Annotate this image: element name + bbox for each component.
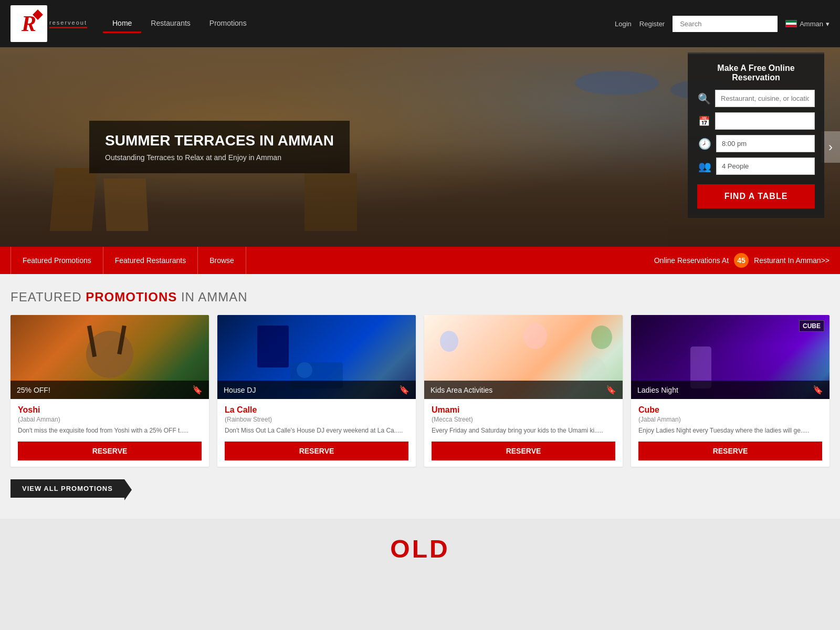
reservation-box: Make A Free Online Reservation 🔍 📅 Mon 0…	[688, 52, 824, 218]
browse-link[interactable]: Browse	[198, 247, 246, 274]
flag-icon	[785, 20, 797, 27]
search-input[interactable]	[673, 16, 778, 32]
logo-area: R reserveout	[10, 5, 87, 42]
card-image-2: House DJ 🔖	[217, 315, 416, 399]
card-body-1: Yoshi (Jabal Amman) Don't miss the exqui…	[10, 399, 209, 467]
promotion-card-2: House DJ 🔖 La Calle (Rainbow Street) Don…	[217, 315, 416, 467]
reserve-button-2[interactable]: Reserve	[225, 442, 408, 460]
promotion-card-4: CUBE Ladies Night 🔖 Cube (Jabal Amman) E…	[631, 315, 830, 467]
card-label-3: Kids Area Activities 🔖	[424, 381, 623, 399]
featured-restaurants-link[interactable]: Featured Restaurants	[103, 247, 198, 274]
red-bar-links: Featured Promotions Featured Restaurants…	[10, 247, 246, 274]
featured-promotions-link[interactable]: Featured Promotions	[10, 247, 103, 274]
restaurant-cta-link[interactable]: Resturant In Amman>>	[754, 256, 830, 265]
card-desc-3: Every Friday and Saturday bring your kid…	[432, 426, 615, 435]
bookmark-icon-2[interactable]: 🔖	[399, 385, 410, 395]
reservation-title: Make A Free Online Reservation	[697, 64, 815, 82]
header: R reserveout Home Restaurants Promotions…	[0, 0, 840, 47]
clock-icon: 🕗	[697, 138, 712, 150]
card-image-3: Kids Area Activities 🔖	[424, 315, 623, 399]
reservation-search-row: 🔍	[697, 90, 815, 107]
card-image-1: 25% OFF! 🔖	[10, 315, 209, 399]
register-link[interactable]: Register	[639, 20, 665, 28]
card-desc-1: Don't miss the exquisite food from Yoshi…	[18, 426, 202, 435]
card-name-3[interactable]: Umami	[432, 405, 615, 415]
reserve-button-4[interactable]: Reserve	[638, 442, 822, 460]
promotion-card-1: 25% OFF! 🔖 Yoshi (Jabal Amman) Don't mis…	[10, 315, 209, 467]
logo-box: R	[10, 5, 47, 42]
reservation-party-row: 👥 4 People 1 Person 2 People 3 People 5 …	[697, 158, 815, 175]
card-name-4[interactable]: Cube	[638, 405, 822, 415]
bookmark-icon-4[interactable]: 🔖	[813, 385, 823, 395]
nav-home[interactable]: Home	[103, 15, 141, 33]
card-desc-4: Enjoy Ladies Night every Tuesday where t…	[638, 426, 822, 435]
reservation-time-select[interactable]: 8:00 pm 7:00 pm 7:30 pm 8:30 pm 9:00 pm	[716, 135, 815, 152]
login-link[interactable]: Login	[615, 20, 632, 28]
hero-subtitle: Outstanding Terraces to Relax at and Enj…	[105, 153, 334, 162]
promotions-section-title: FEATURED PROMOTIONS IN AMMAN	[10, 290, 830, 304]
hero-title: SUMMER TERRACES IN AMMAN	[105, 132, 334, 149]
reservation-party-select[interactable]: 4 People 1 Person 2 People 3 People 5 Pe…	[716, 158, 815, 175]
card-body-4: Cube (Jabal Amman) Enjoy Ladies Night ev…	[631, 399, 830, 467]
card-label-2: House DJ 🔖	[217, 381, 416, 399]
reserve-button-3[interactable]: Reserve	[432, 442, 615, 460]
reservation-time-row: 🕗 8:00 pm 7:00 pm 7:30 pm 8:30 pm 9:00 p…	[697, 135, 815, 152]
logo-brand: reserveout	[49, 19, 87, 26]
card-location-1: (Jabal Amman)	[18, 416, 202, 423]
nav-restaurants[interactable]: Restaurants	[141, 15, 200, 33]
promotion-card-3: Kids Area Activities 🔖 Umami (Mecca Stre…	[424, 315, 623, 467]
card-promotion-text-1: 25% OFF!	[17, 386, 50, 394]
header-right: Login Register Amman ▾	[615, 16, 830, 32]
card-body-2: La Calle (Rainbow Street) Don't Miss Out…	[217, 399, 416, 467]
reservation-count-badge: 45	[734, 253, 749, 268]
calendar-icon: 📅	[697, 116, 711, 127]
card-label-4: Ladies Night 🔖	[631, 381, 830, 399]
search-icon: 🔍	[697, 92, 711, 105]
card-location-2: (Rainbow Street)	[225, 416, 408, 423]
logo-letter: R	[22, 11, 36, 36]
card-body-3: Umami (Mecca Street) Every Friday and Sa…	[424, 399, 623, 467]
people-icon: 👥	[697, 160, 712, 173]
card-location-4: (Jabal Amman)	[638, 416, 822, 423]
nav-promotions[interactable]: Promotions	[200, 15, 256, 33]
reservation-search-input[interactable]	[715, 90, 815, 107]
card-label-1: 25% OFF! 🔖	[10, 381, 209, 399]
find-table-button[interactable]: Find a table	[697, 184, 815, 208]
card-promotion-text-3: Kids Area Activities	[430, 386, 492, 394]
hero-text-block: SUMMER TERRACES IN AMMAN Outstanding Ter…	[89, 121, 350, 173]
view-all-button[interactable]: VIEW ALL PROMOTIONS	[10, 479, 124, 498]
red-bar-right: Online Reservations At 45 Resturant In A…	[654, 253, 830, 268]
main-content: FEATURED PROMOTIONS IN AMMAN 25% OFF! 🔖 …	[0, 274, 840, 519]
red-bar: Featured Promotions Featured Restaurants…	[0, 247, 840, 274]
card-promotion-text-2: House DJ	[224, 386, 256, 394]
promotions-grid: 25% OFF! 🔖 Yoshi (Jabal Amman) Don't mis…	[10, 315, 830, 467]
bookmark-icon-1[interactable]: 🔖	[192, 385, 203, 395]
card-name-1[interactable]: Yoshi	[18, 405, 202, 415]
old-label: OLD	[0, 519, 840, 579]
main-nav: Home Restaurants Promotions	[103, 15, 615, 33]
card-desc-2: Don't Miss Out La Calle's House DJ every…	[225, 426, 408, 435]
bookmark-icon-3[interactable]: 🔖	[606, 385, 616, 395]
card-promotion-text-4: Ladies Night	[637, 386, 678, 394]
location-selector[interactable]: Amman ▾	[785, 20, 830, 28]
reserve-button-1[interactable]: Reserve	[18, 442, 202, 460]
online-reservations-text: Online Reservations At	[654, 256, 729, 265]
reservation-date-input[interactable]: Mon 07, 10 2013	[715, 112, 815, 130]
card-location-3: (Mecca Street)	[432, 416, 615, 423]
hero-section: SUMMER TERRACES IN AMMAN Outstanding Ter…	[0, 47, 840, 247]
reservation-date-row: 📅 Mon 07, 10 2013	[697, 112, 815, 130]
location-label: Amman	[800, 20, 823, 28]
chevron-down-icon: ▾	[826, 20, 830, 28]
card-name-2[interactable]: La Calle	[225, 405, 408, 415]
card-image-4: CUBE Ladies Night 🔖	[631, 315, 830, 399]
